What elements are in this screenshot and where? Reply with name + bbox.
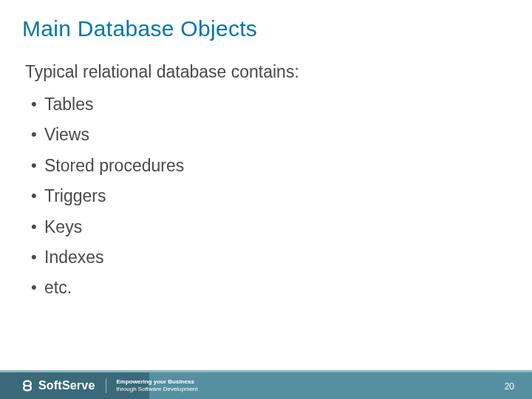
footer-divider xyxy=(106,378,106,393)
list-item: Views xyxy=(31,120,532,150)
slide-content: Typical relational database contains: Ta… xyxy=(0,41,532,304)
tagline-sub: through Software Development xyxy=(117,386,198,393)
list-item: etc. xyxy=(31,273,532,303)
list-item: Triggers xyxy=(31,181,532,211)
list-item: Keys xyxy=(31,212,532,242)
logo: SoftServe xyxy=(21,379,95,392)
softserve-logo-icon xyxy=(21,379,34,392)
page-number: 20 xyxy=(505,381,514,392)
list-item: Indexes xyxy=(31,242,532,273)
slide-footer: SoftServe Empowering your Business throu… xyxy=(0,372,532,399)
tagline-bold: Empowering your Business xyxy=(117,378,198,386)
logo-text: SoftServe xyxy=(38,379,95,392)
footer-border xyxy=(0,370,532,372)
footer-content: SoftServe Empowering your Business throu… xyxy=(0,372,532,399)
bullet-list: Tables Views Stored procedures Triggers … xyxy=(25,89,532,304)
tagline: Empowering your Business through Softwar… xyxy=(117,378,198,392)
intro-text: Typical relational database contains: xyxy=(25,62,532,82)
list-item: Tables xyxy=(31,89,532,120)
list-item: Stored procedures xyxy=(31,151,532,181)
slide-title: Main Database Objects xyxy=(0,0,532,41)
